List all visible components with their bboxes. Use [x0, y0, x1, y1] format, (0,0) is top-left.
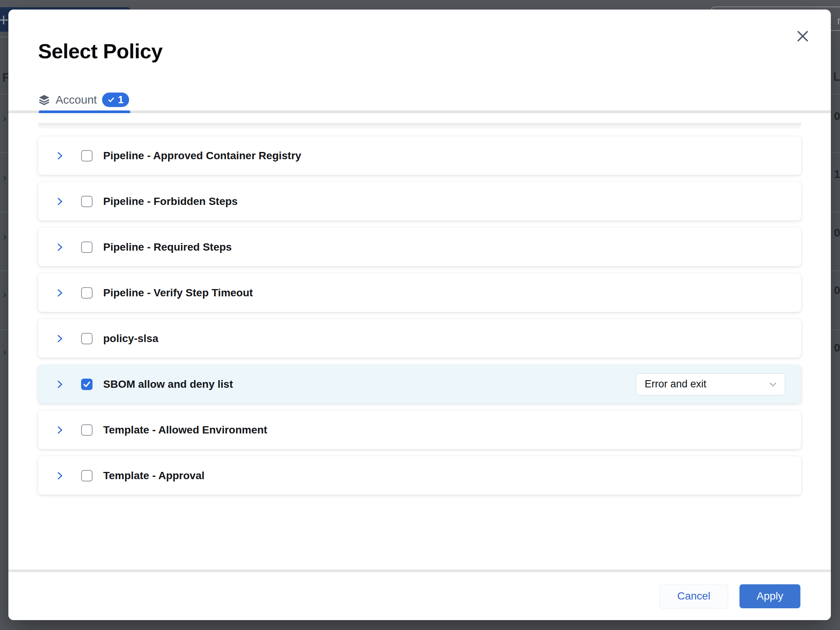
background-cell-value: 0	[834, 110, 840, 123]
expand-chevron-icon[interactable]	[55, 151, 65, 161]
plus-icon: +	[0, 10, 9, 30]
policy-row: Pipeline - Verify Step Timeout	[38, 273, 801, 312]
row-action-select[interactable]: Error and exit	[636, 373, 785, 395]
tabbar-divider	[8, 110, 831, 113]
background-cell-value: 0	[834, 226, 840, 239]
policy-label: Pipeline - Forbidden Steps	[103, 195, 238, 208]
close-button[interactable]	[794, 28, 811, 45]
expand-chevron-icon[interactable]	[55, 242, 65, 252]
policy-checkbox[interactable]	[81, 196, 93, 207]
background-row-chevron-icon: ›	[3, 346, 6, 358]
row-action-value: Error and exit	[645, 378, 706, 390]
badge-count: 1	[118, 94, 123, 106]
policy-label: Pipeline - Verify Step Timeout	[103, 287, 253, 299]
policy-row: policy-slsa	[38, 319, 801, 358]
policy-checkbox[interactable]	[81, 470, 93, 481]
policy-row: Template - Approval	[38, 456, 801, 495]
background-row-chevron-icon: ›	[3, 112, 6, 125]
expand-chevron-icon[interactable]	[55, 197, 65, 206]
policy-list: Pipeline - Approved Container RegistryPi…	[8, 113, 831, 569]
policy-label: SBOM allow and deny list	[103, 378, 233, 390]
apply-button[interactable]: Apply	[739, 584, 800, 608]
background-cell-value: 0	[834, 341, 840, 354]
policy-label: policy-slsa	[103, 333, 158, 345]
expand-chevron-icon[interactable]	[55, 425, 65, 435]
policy-row: SBOM allow and deny listError and exit	[38, 365, 801, 403]
active-tab-underline	[39, 110, 130, 113]
policy-row: Pipeline - Forbidden Steps	[38, 182, 801, 221]
policy-checkbox[interactable]	[81, 150, 93, 161]
expand-chevron-icon[interactable]	[55, 334, 65, 344]
background-cell-value: 1	[834, 168, 840, 181]
background-search-text: ne	[837, 14, 840, 27]
background-cell-value: 0	[834, 284, 840, 297]
policy-checkbox[interactable]	[81, 241, 93, 253]
select-policy-dialog: Select Policy Account 1 Pipeline - Appro…	[8, 10, 831, 620]
policy-row: Pipeline - Approved Container Registry	[38, 136, 801, 175]
background-toolbar-divider	[0, 37, 8, 37]
tab-account-label: Account	[56, 93, 97, 106]
checkmark-icon	[83, 380, 91, 389]
background-row-chevron-icon: ›	[3, 171, 6, 184]
policy-row: Template - Allowed Environment	[38, 411, 801, 449]
policy-checkbox[interactable]	[81, 333, 93, 344]
scrolled-row-remnant	[38, 123, 801, 129]
cancel-button[interactable]: Cancel	[660, 584, 728, 608]
policy-label: Pipeline - Approved Container Registry	[103, 150, 301, 162]
policy-label: Template - Allowed Environment	[103, 424, 267, 436]
page-title: Select Policy	[38, 39, 163, 63]
tab-account[interactable]: Account 1	[38, 93, 129, 107]
policy-rows: Pipeline - Approved Container RegistryPi…	[38, 136, 801, 495]
policy-checkbox[interactable]	[81, 424, 93, 436]
check-icon	[108, 96, 115, 103]
selected-count-badge: 1	[102, 93, 129, 107]
policy-row: Pipeline - Required Steps	[38, 228, 801, 266]
policy-label: Template - Approval	[103, 470, 204, 482]
layers-icon	[38, 94, 50, 106]
policy-checkbox[interactable]	[81, 287, 93, 299]
background-row-chevron-icon: ›	[3, 230, 6, 243]
close-icon	[796, 29, 810, 43]
expand-chevron-icon[interactable]	[55, 471, 65, 481]
chevron-down-icon	[768, 379, 778, 389]
policy-label: Pipeline - Required Steps	[103, 241, 232, 253]
policy-checkbox[interactable]	[81, 379, 93, 390]
expand-chevron-icon[interactable]	[55, 288, 65, 298]
expand-chevron-icon[interactable]	[55, 379, 65, 389]
dialog-footer: Cancel Apply	[8, 569, 831, 620]
background-row-chevron-icon: ›	[3, 288, 6, 301]
background-table-header-right: L	[833, 70, 840, 84]
